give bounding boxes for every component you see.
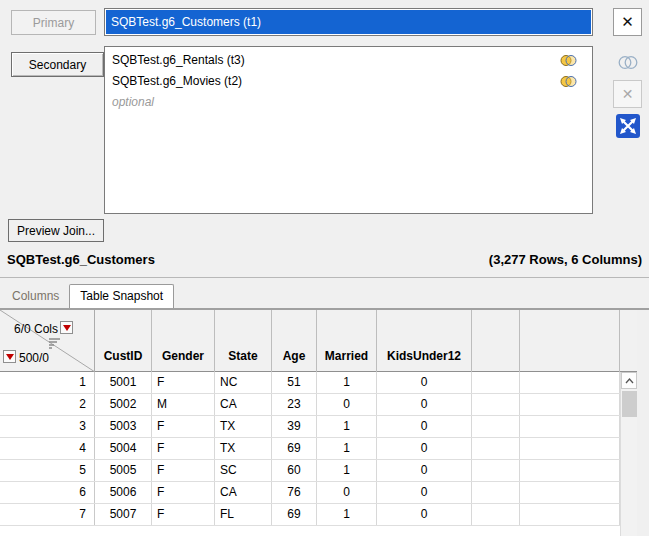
cell-gender[interactable]: F (152, 460, 215, 481)
cell-gender[interactable]: F (152, 372, 215, 393)
table-row[interactable]: 25002MCA2300 (0, 394, 649, 416)
sort-filter-icon[interactable] (48, 337, 61, 349)
column-header-empty (520, 310, 620, 372)
row-number[interactable]: 6 (0, 482, 95, 503)
rows-menu-red-triangle[interactable] (3, 350, 16, 363)
secondary-table-item[interactable]: SQBTest.g6_Movies (t2) (105, 71, 592, 92)
primary-table-selected[interactable]: SQBTest.g6_Customers (t1) (106, 10, 591, 34)
cell-age[interactable]: 69 (272, 504, 317, 525)
cell-empty (520, 460, 620, 481)
columns-menu-red-triangle[interactable] (60, 321, 73, 334)
cell-age[interactable]: 39 (272, 416, 317, 437)
grid-right-gutter (637, 310, 649, 536)
column-header-married[interactable]: Married (317, 310, 377, 372)
cell-age[interactable]: 51 (272, 372, 317, 393)
tab-table-snapshot[interactable]: Table Snapshot (69, 284, 174, 308)
cell-custid[interactable]: 5001 (95, 372, 152, 393)
join-venn-icon[interactable] (560, 75, 577, 88)
row-number[interactable]: 2 (0, 394, 95, 415)
column-header-gender[interactable]: Gender (152, 310, 215, 372)
table-row[interactable]: 35003FTX3910 (0, 416, 649, 438)
cell-age[interactable]: 69 (272, 438, 317, 459)
preview-join-button[interactable]: Preview Join... (8, 219, 104, 242)
cell-married[interactable]: 1 (317, 460, 377, 481)
columns-counter: 6/0 Cols (14, 322, 58, 336)
cell-custid[interactable]: 5005 (95, 460, 152, 481)
row-number[interactable]: 4 (0, 438, 95, 459)
cell-custid[interactable]: 5006 (95, 482, 152, 503)
column-header-kidsunder12[interactable]: KidsUnder12 (377, 310, 472, 372)
cell-kidsunder12[interactable]: 0 (377, 460, 472, 481)
cell-age[interactable]: 76 (272, 482, 317, 503)
cell-kidsunder12[interactable]: 0 (377, 438, 472, 459)
row-number[interactable]: 1 (0, 372, 95, 393)
cell-state[interactable]: FL (215, 504, 272, 525)
row-number[interactable]: 7 (0, 504, 95, 525)
cell-empty (520, 394, 620, 415)
cell-age[interactable]: 23 (272, 394, 317, 415)
table-row[interactable]: 65006FCA7600 (0, 482, 649, 504)
table-row[interactable]: 15001FNC5110 (0, 372, 649, 394)
cell-married[interactable]: 1 (317, 438, 377, 459)
tab-strip: Columns Table Snapshot (2, 282, 174, 308)
column-header-age[interactable]: Age (272, 310, 317, 372)
scroll-up-button[interactable] (621, 372, 637, 389)
cell-empty (472, 438, 520, 459)
remove-secondary-button[interactable]: ✕ (613, 80, 642, 108)
venn-outline-icon (618, 55, 638, 70)
tab-columns[interactable]: Columns (2, 285, 69, 308)
secondary-button[interactable]: Secondary (11, 52, 104, 77)
cell-custid[interactable]: 5004 (95, 438, 152, 459)
cell-state[interactable]: CA (215, 394, 272, 415)
table-row[interactable]: 75007FFL6910 (0, 504, 649, 526)
cell-state[interactable]: SC (215, 460, 272, 481)
cell-state[interactable]: TX (215, 416, 272, 437)
cell-kidsunder12[interactable]: 0 (377, 372, 472, 393)
cell-state[interactable]: NC (215, 372, 272, 393)
cell-empty (520, 438, 620, 459)
column-header-state[interactable]: State (215, 310, 272, 372)
cell-empty (520, 416, 620, 437)
close-disabled-icon: ✕ (622, 87, 634, 101)
cell-state[interactable]: CA (215, 482, 272, 503)
cell-state[interactable]: TX (215, 438, 272, 459)
cell-custid[interactable]: 5007 (95, 504, 152, 525)
cell-married[interactable]: 0 (317, 482, 377, 503)
cell-gender[interactable]: F (152, 482, 215, 503)
cell-empty (472, 372, 520, 393)
cell-married[interactable]: 1 (317, 504, 377, 525)
divider (0, 277, 649, 278)
cell-custid[interactable]: 5002 (95, 394, 152, 415)
cell-gender[interactable]: F (152, 416, 215, 437)
table-row[interactable]: 45004FTX6910 (0, 438, 649, 460)
column-header-custid[interactable]: CustID (95, 310, 152, 372)
rows-counter: 500/0 (19, 351, 49, 365)
primary-button[interactable]: Primary (11, 10, 96, 35)
cell-married[interactable]: 0 (317, 394, 377, 415)
table-row[interactable]: 55005FSC6010 (0, 460, 649, 482)
secondary-table-item[interactable]: SQBTest.g6_Rentals (t3) (105, 50, 592, 71)
edit-join-button[interactable] (613, 112, 642, 140)
cell-kidsunder12[interactable]: 0 (377, 394, 472, 415)
cell-custid[interactable]: 5003 (95, 416, 152, 437)
cell-empty (472, 416, 520, 437)
cell-gender[interactable]: F (152, 504, 215, 525)
cell-married[interactable]: 1 (317, 416, 377, 437)
cell-kidsunder12[interactable]: 0 (377, 504, 472, 525)
cell-age[interactable]: 60 (272, 460, 317, 481)
cell-kidsunder12[interactable]: 0 (377, 482, 472, 503)
red-triangle-icon (60, 321, 73, 334)
row-number[interactable]: 3 (0, 416, 95, 437)
cell-gender[interactable]: F (152, 438, 215, 459)
cell-kidsunder12[interactable]: 0 (377, 416, 472, 437)
vertical-scrollbar[interactable] (620, 372, 637, 536)
scrollbar-thumb[interactable] (622, 391, 637, 417)
remove-primary-button[interactable]: ✕ (613, 8, 642, 36)
row-number[interactable]: 5 (0, 460, 95, 481)
cell-gender[interactable]: M (152, 394, 215, 415)
cell-married[interactable]: 1 (317, 372, 377, 393)
join-venn-icon[interactable] (560, 54, 577, 67)
join-type-button[interactable] (613, 48, 642, 76)
primary-table-field[interactable]: SQBTest.g6_Customers (t1) (104, 8, 593, 36)
secondary-list[interactable]: SQBTest.g6_Rentals (t3) SQBTest.g6_Movie… (104, 46, 593, 214)
